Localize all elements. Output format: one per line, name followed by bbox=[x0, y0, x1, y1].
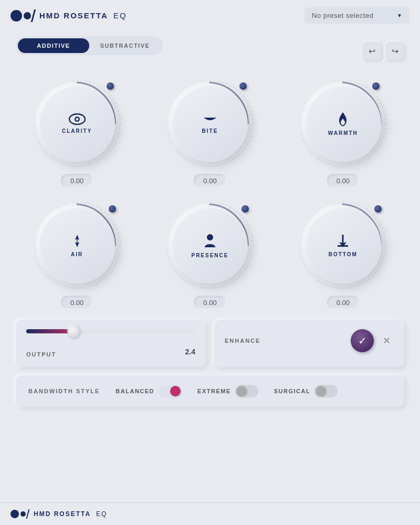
extreme-label: EXTREME bbox=[197, 388, 231, 394]
undo-button[interactable]: ↩ bbox=[362, 41, 381, 60]
footer-circle-small bbox=[20, 511, 26, 517]
air-value-box: 0.00 bbox=[61, 296, 93, 309]
footer: HMD ROSETTA EQ bbox=[0, 502, 420, 525]
air-handle bbox=[109, 205, 116, 213]
footer-logo-icon bbox=[10, 509, 28, 519]
output-slider-track bbox=[26, 329, 195, 333]
warmth-icon bbox=[336, 111, 350, 127]
warmth-label: WARMTH bbox=[328, 130, 358, 136]
enhance-check-button[interactable]: ✓ bbox=[351, 329, 374, 352]
output-slider-thumb[interactable] bbox=[68, 326, 79, 337]
presence-knob-body: PRESENCE bbox=[172, 207, 248, 284]
clarity-label: CLARITY bbox=[62, 128, 92, 134]
air-label: AIR bbox=[71, 251, 83, 257]
bite-knob-outer[interactable]: BITE bbox=[163, 76, 257, 171]
enhance-controls: ✓ ✕ bbox=[351, 329, 394, 352]
surgical-label: SURGICAL bbox=[274, 388, 310, 394]
bottom-knob-container: BOTTOM 0.00 bbox=[282, 198, 404, 309]
dropdown-arrow-icon: ▼ bbox=[397, 13, 402, 18]
presence-value-box: 0.00 bbox=[194, 296, 226, 309]
logo-icon bbox=[10, 9, 34, 22]
footer-circle-big bbox=[10, 510, 19, 518]
balanced-toggle-dot bbox=[170, 386, 181, 396]
knobs-grid: CLARITY 0.00 BITE bbox=[16, 76, 404, 309]
clarity-handle bbox=[107, 82, 114, 90]
clarity-value-box: 0.00 bbox=[61, 174, 93, 187]
warmth-value: 0.00 bbox=[337, 177, 350, 185]
bw-option-surgical: SURGICAL bbox=[274, 385, 338, 397]
enhance-x-button[interactable]: ✕ bbox=[379, 333, 394, 348]
svg-rect-14 bbox=[338, 245, 348, 247]
logo-circle-big bbox=[10, 10, 22, 22]
logo-slash bbox=[31, 9, 36, 22]
surgical-toggle[interactable] bbox=[314, 385, 338, 397]
clarity-eye-icon bbox=[69, 113, 86, 125]
presence-value: 0.00 bbox=[203, 299, 216, 307]
surgical-toggle-dot bbox=[316, 386, 326, 396]
output-panel: OUTPUT 2.4 bbox=[16, 320, 206, 367]
clarity-knob-body: CLARITY bbox=[39, 86, 115, 162]
air-icon bbox=[69, 234, 86, 248]
presence-icon bbox=[203, 233, 217, 249]
air-knob-container: AIR 0.00 bbox=[16, 198, 138, 309]
bite-handle bbox=[239, 82, 247, 90]
warmth-knob-body: WARMTH bbox=[305, 86, 381, 162]
redo-button[interactable]: ↪ bbox=[385, 41, 404, 60]
extreme-toggle-dot bbox=[236, 386, 247, 396]
clarity-knob-outer[interactable]: CLARITY bbox=[30, 76, 124, 171]
bite-value: 0.00 bbox=[203, 177, 216, 185]
presence-label: PRESENCE bbox=[191, 253, 228, 258]
bottom-value-box: 0.00 bbox=[327, 296, 359, 309]
output-row: OUTPUT 2.4 bbox=[26, 346, 195, 358]
preset-dropdown[interactable]: No preset selected ▼ bbox=[304, 7, 410, 24]
svg-point-11 bbox=[207, 234, 213, 240]
bandwidth-panel: BANDWIDTH STYLE BALANCED EXTREME SURGICA… bbox=[16, 375, 404, 407]
clarity-knob-container: CLARITY 0.00 bbox=[16, 76, 138, 187]
footer-eq: EQ bbox=[96, 510, 107, 518]
output-label: OUTPUT bbox=[26, 351, 56, 358]
footer-title: HMD ROSETTA bbox=[34, 510, 91, 518]
bandwidth-label: BANDWIDTH STYLE bbox=[28, 388, 100, 394]
enhance-row: ENHANCE ✓ ✕ bbox=[225, 329, 394, 352]
extreme-toggle[interactable] bbox=[235, 385, 258, 397]
bite-knob-container: BITE 0.00 bbox=[149, 76, 271, 187]
bottom-label: BOTTOM bbox=[329, 251, 358, 257]
enhance-panel: ENHANCE ✓ ✕ bbox=[214, 320, 404, 367]
presence-knob-container: PRESENCE 0.00 bbox=[149, 198, 271, 309]
logo-area: HMD ROSETTA EQ bbox=[10, 9, 127, 22]
bottom-knob-outer[interactable]: BOTTOM bbox=[296, 198, 390, 292]
additive-mode-button[interactable]: ADDITIVE bbox=[18, 38, 89, 53]
balanced-toggle[interactable] bbox=[159, 385, 182, 397]
bottom-icon bbox=[335, 234, 351, 248]
subtractive-mode-button[interactable]: SUBTRACTIVE bbox=[89, 38, 161, 53]
footer-slash bbox=[26, 509, 30, 519]
bite-value-box: 0.00 bbox=[194, 174, 226, 187]
presence-knob-outer[interactable]: PRESENCE bbox=[163, 198, 257, 292]
header: HMD ROSETTA EQ No preset selected ▼ bbox=[0, 0, 420, 31]
clarity-value: 0.00 bbox=[70, 177, 83, 185]
air-knob-body: AIR bbox=[39, 207, 115, 284]
bottom-panels: OUTPUT 2.4 ENHANCE ✓ ✕ bbox=[16, 320, 404, 367]
balanced-label: BALANCED bbox=[116, 388, 154, 394]
air-knob-outer[interactable]: AIR bbox=[30, 198, 124, 292]
enhance-label: ENHANCE bbox=[225, 338, 260, 344]
main-content: ADDITIVE SUBTRACTIVE ↩ ↪ bbox=[0, 31, 420, 412]
air-value: 0.00 bbox=[70, 299, 83, 307]
bw-option-balanced: BALANCED bbox=[116, 385, 182, 397]
output-value: 2.4 bbox=[185, 348, 195, 356]
bite-icon bbox=[202, 113, 218, 125]
bite-label: BITE bbox=[202, 128, 218, 134]
preset-label: No preset selected bbox=[312, 12, 373, 19]
bite-knob-body: BITE bbox=[172, 86, 248, 162]
presence-handle bbox=[242, 205, 249, 213]
bottom-value: 0.00 bbox=[337, 299, 350, 307]
warmth-knob-outer[interactable]: WARMTH bbox=[296, 76, 390, 171]
mode-toggle: ADDITIVE SUBTRACTIVE bbox=[16, 36, 163, 55]
bottom-knob-body: BOTTOM bbox=[305, 207, 381, 284]
svg-point-3 bbox=[76, 118, 78, 120]
bw-option-extreme: EXTREME bbox=[197, 385, 258, 397]
warmth-knob-container: WARMTH 0.00 bbox=[282, 76, 404, 187]
undo-redo-group: ↩ ↪ bbox=[362, 41, 404, 60]
warmth-value-box: 0.00 bbox=[327, 174, 359, 187]
app-title: HMD ROSETTA bbox=[39, 11, 108, 20]
